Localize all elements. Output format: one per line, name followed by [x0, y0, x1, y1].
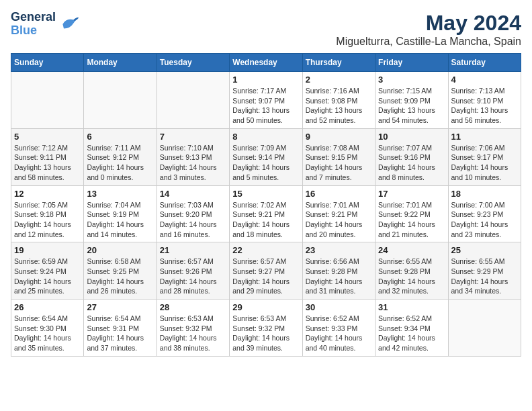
daylight-text: Daylight: 14 hours — [14, 334, 71, 342]
sunset-text: Sunset: 9:11 PM — [14, 153, 66, 161]
daylight-minutes-text: and 18 minutes. — [232, 230, 283, 238]
daylight-text: Daylight: 13 hours — [378, 106, 435, 114]
daylight-minutes-text: and 39 minutes. — [232, 344, 283, 352]
sunrise-text: Sunrise: 6:59 AM — [14, 257, 68, 265]
sunrise-text: Sunrise: 7:09 AM — [232, 144, 286, 152]
sunrise-text: Sunrise: 6:53 AM — [232, 314, 286, 322]
day-detail: Sunrise: 7:01 AMSunset: 9:22 PMDaylight:… — [378, 200, 445, 240]
day-detail: Sunrise: 7:09 AMSunset: 9:14 PMDaylight:… — [232, 143, 299, 183]
daylight-text: Daylight: 14 hours — [87, 163, 144, 171]
calendar-day-cell: 15Sunrise: 7:02 AMSunset: 9:21 PMDayligh… — [230, 185, 302, 242]
daylight-text: Daylight: 14 hours — [378, 220, 435, 228]
sunrise-text: Sunrise: 7:06 AM — [451, 144, 505, 152]
sunset-text: Sunset: 9:21 PM — [306, 210, 358, 218]
day-detail: Sunrise: 7:11 AMSunset: 9:12 PMDaylight:… — [87, 143, 153, 183]
sunset-text: Sunset: 9:19 PM — [87, 210, 139, 218]
sunrise-text: Sunrise: 6:57 AM — [232, 257, 286, 265]
sunrise-text: Sunrise: 7:08 AM — [306, 144, 359, 152]
day-number: 13 — [87, 189, 153, 199]
sunrise-text: Sunrise: 7:03 AM — [160, 201, 214, 209]
sunset-text: Sunset: 9:24 PM — [14, 267, 66, 275]
day-detail: Sunrise: 7:03 AMSunset: 9:20 PMDaylight:… — [160, 200, 226, 240]
day-number: 19 — [14, 245, 81, 255]
day-number: 28 — [160, 302, 226, 312]
day-number: 18 — [451, 189, 518, 199]
daylight-text: Daylight: 14 hours — [451, 277, 508, 285]
day-detail: Sunrise: 7:00 AMSunset: 9:23 PMDaylight:… — [451, 200, 518, 240]
daylight-text: Daylight: 14 hours — [451, 220, 508, 228]
weekday-header-cell: Wednesday — [230, 54, 302, 72]
day-detail: Sunrise: 6:52 AMSunset: 9:33 PMDaylight:… — [306, 314, 372, 353]
calendar-week-row: 19Sunrise: 6:59 AMSunset: 9:24 PMDayligh… — [11, 242, 521, 300]
sunrise-text: Sunrise: 7:01 AM — [306, 201, 359, 209]
sunset-text: Sunset: 9:18 PM — [14, 210, 66, 218]
day-number: 30 — [306, 302, 372, 312]
sunset-text: Sunset: 9:26 PM — [160, 267, 212, 275]
logo-text: GeneralBlue — [11, 11, 56, 38]
sunrise-text: Sunrise: 7:05 AM — [14, 201, 68, 209]
sunrise-text: Sunrise: 6:54 AM — [14, 314, 68, 322]
sunrise-text: Sunrise: 7:17 AM — [232, 87, 286, 95]
day-number: 21 — [160, 245, 226, 255]
weekday-header-cell: Friday — [375, 54, 448, 72]
calendar-day-cell: 9Sunrise: 7:08 AMSunset: 9:15 PMDaylight… — [302, 128, 375, 185]
daylight-text: Daylight: 14 hours — [160, 277, 217, 285]
sunset-text: Sunset: 9:09 PM — [378, 97, 431, 105]
day-detail: Sunrise: 6:52 AMSunset: 9:34 PMDaylight:… — [378, 314, 445, 353]
daylight-text: Daylight: 14 hours — [232, 277, 290, 285]
sunrise-text: Sunrise: 6:56 AM — [306, 257, 359, 265]
calendar-day-cell: 5Sunrise: 7:12 AMSunset: 9:11 PMDaylight… — [11, 128, 84, 185]
sunrise-text: Sunrise: 7:02 AM — [232, 201, 286, 209]
sunrise-text: Sunrise: 7:16 AM — [306, 87, 359, 95]
sunset-text: Sunset: 9:12 PM — [87, 153, 139, 161]
sunset-text: Sunset: 9:16 PM — [378, 153, 431, 161]
daylight-minutes-text: and 7 minutes. — [306, 173, 352, 181]
day-detail: Sunrise: 7:08 AMSunset: 9:15 PMDaylight:… — [306, 143, 372, 183]
day-number: 23 — [306, 245, 372, 255]
sunset-text: Sunset: 9:15 PM — [306, 153, 358, 161]
day-detail: Sunrise: 7:07 AMSunset: 9:16 PMDaylight:… — [378, 143, 445, 183]
sunrise-text: Sunrise: 7:15 AM — [378, 87, 432, 95]
day-detail: Sunrise: 7:02 AMSunset: 9:21 PMDaylight:… — [232, 200, 299, 240]
calendar-week-row: 26Sunrise: 6:54 AMSunset: 9:30 PMDayligh… — [11, 300, 521, 357]
daylight-text: Daylight: 14 hours — [87, 277, 144, 285]
calendar-day-cell: 4Sunrise: 7:13 AMSunset: 9:10 PMDaylight… — [448, 72, 521, 129]
calendar-day-cell: 17Sunrise: 7:01 AMSunset: 9:22 PMDayligh… — [375, 185, 448, 242]
weekday-header-cell: Thursday — [302, 54, 375, 72]
day-detail: Sunrise: 6:53 AMSunset: 9:32 PMDaylight:… — [232, 314, 299, 353]
daylight-minutes-text: and 28 minutes. — [160, 287, 210, 295]
daylight-text: Daylight: 14 hours — [378, 163, 435, 171]
day-detail: Sunrise: 6:54 AMSunset: 9:30 PMDaylight:… — [14, 314, 81, 353]
day-number: 2 — [306, 75, 372, 85]
daylight-minutes-text: and 10 minutes. — [451, 173, 502, 181]
day-number: 5 — [14, 132, 81, 142]
day-detail: Sunrise: 7:06 AMSunset: 9:17 PMDaylight:… — [451, 143, 518, 183]
day-detail: Sunrise: 6:55 AMSunset: 9:28 PMDaylight:… — [378, 257, 445, 296]
daylight-text: Daylight: 14 hours — [306, 277, 363, 285]
sunset-text: Sunset: 9:28 PM — [378, 267, 431, 275]
sunrise-text: Sunrise: 6:55 AM — [451, 257, 505, 265]
calendar-day-cell: 28Sunrise: 6:53 AMSunset: 9:32 PMDayligh… — [157, 300, 229, 357]
calendar-day-cell: 7Sunrise: 7:10 AMSunset: 9:13 PMDaylight… — [157, 128, 229, 185]
day-number: 24 — [378, 245, 445, 255]
calendar-day-cell: 22Sunrise: 6:57 AMSunset: 9:27 PMDayligh… — [230, 242, 302, 300]
sunrise-text: Sunrise: 7:00 AM — [451, 201, 505, 209]
sunrise-text: Sunrise: 6:52 AM — [378, 314, 432, 322]
sunrise-text: Sunrise: 7:12 AM — [14, 144, 68, 152]
sunset-text: Sunset: 9:14 PM — [232, 153, 285, 161]
calendar-week-row: 1Sunrise: 7:17 AMSunset: 9:07 PMDaylight… — [11, 72, 521, 129]
day-detail: Sunrise: 7:01 AMSunset: 9:21 PMDaylight:… — [306, 200, 372, 240]
daylight-minutes-text: and 56 minutes. — [451, 116, 502, 124]
daylight-text: Daylight: 14 hours — [14, 220, 71, 228]
day-number: 20 — [87, 245, 153, 255]
day-number: 10 — [378, 132, 445, 142]
sunrise-text: Sunrise: 6:58 AM — [87, 257, 140, 265]
day-number: 6 — [87, 132, 153, 142]
sunset-text: Sunset: 9:13 PM — [160, 153, 212, 161]
day-detail: Sunrise: 6:57 AMSunset: 9:26 PMDaylight:… — [160, 257, 226, 296]
sunrise-text: Sunrise: 6:52 AM — [306, 314, 359, 322]
daylight-text: Daylight: 13 hours — [232, 106, 290, 114]
calendar-day-cell: 14Sunrise: 7:03 AMSunset: 9:20 PMDayligh… — [157, 185, 229, 242]
calendar-day-cell: 29Sunrise: 6:53 AMSunset: 9:32 PMDayligh… — [230, 300, 302, 357]
calendar-day-cell — [448, 300, 521, 357]
